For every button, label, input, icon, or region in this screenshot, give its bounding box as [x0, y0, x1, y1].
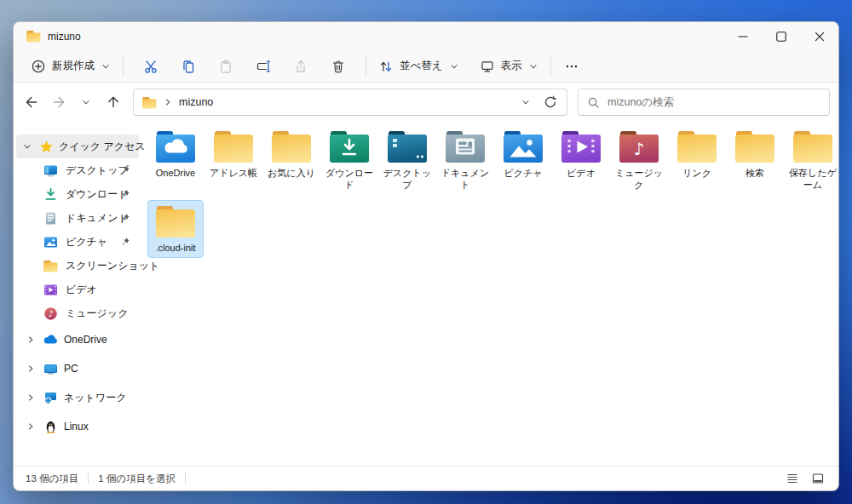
new-button[interactable]: 新規作成 [24, 54, 118, 78]
chevron-right-icon[interactable] [24, 362, 37, 375]
new-button-label: 新規作成 [52, 59, 95, 73]
close-button[interactable] [800, 22, 838, 50]
maximize-button[interactable] [762, 22, 800, 50]
file-item-onedrive[interactable]: OneDrive [147, 125, 204, 196]
file-item-label: お気に入り [264, 167, 319, 179]
files-pane: OneDriveアドレス帳お気に入りダウンロードデスクトップドキュメントピクチャ… [141, 122, 838, 466]
breadcrumb-path[interactable]: mizuno [179, 96, 213, 108]
picture-folder-icon [504, 131, 543, 163]
copy-button[interactable] [173, 54, 204, 79]
document-icon [43, 211, 58, 226]
sidebar-item-pc[interactable]: PC [14, 354, 141, 383]
sidebar-item-screenshots[interactable]: スクリーンショット [14, 254, 141, 278]
chevron-down-icon [521, 97, 531, 107]
chevron-right-icon[interactable] [24, 391, 37, 404]
file-item-favorites[interactable]: お気に入り [263, 125, 320, 196]
search-box[interactable]: mizunoの検索 [578, 89, 830, 116]
search-placeholder: mizunoの検索 [607, 95, 674, 110]
navigation-pane: クイック アクセスデスクトップダウンロードドキュメントピクチャスクリーンショット… [14, 122, 141, 466]
sidebar-item-network[interactable]: ネットワーク [14, 383, 141, 412]
rename-button[interactable] [248, 54, 279, 79]
file-item-downloads[interactable]: ダウンロード [321, 125, 377, 196]
sidebar-item-label: ビデオ [66, 283, 97, 297]
refresh-icon [544, 95, 557, 109]
chevron-right-icon[interactable] [24, 333, 37, 346]
status-divider [185, 472, 186, 484]
desktop-folder-icon [388, 131, 427, 163]
sidebar-item-videos[interactable]: ビデオ [14, 278, 141, 301]
sidebar-item-label: Linux [64, 421, 89, 432]
sidebar-item-quick-access[interactable]: クイック アクセス [16, 135, 139, 158]
picture-icon [43, 235, 58, 249]
sidebar-item-onedrive[interactable]: OneDrive [14, 325, 141, 354]
file-item-desktop[interactable]: デスクトップ [379, 125, 435, 196]
file-item-saved-games[interactable]: 保存したゲーム [785, 125, 838, 196]
folder-folder-icon [735, 131, 774, 163]
arrow-left-icon [24, 94, 39, 110]
more-options-button[interactable] [556, 54, 587, 79]
chevron-right-icon[interactable] [24, 420, 37, 433]
toolbar-divider [123, 57, 124, 76]
recent-locations-button[interactable] [73, 89, 99, 115]
toolbar-divider [366, 57, 366, 76]
folder-folder-icon [214, 131, 253, 163]
file-item-address-book[interactable]: アドレス帳 [205, 125, 262, 196]
onedrive-folder-icon [156, 131, 195, 163]
minimize-button[interactable] [723, 22, 762, 50]
file-item-label: ミュージック [612, 167, 666, 192]
download-folder-icon [330, 131, 369, 163]
sort-button[interactable]: 並べ替え [371, 54, 466, 78]
sidebar-item-documents[interactable]: ドキュメント [14, 206, 141, 230]
file-item-label: OneDrive [148, 167, 203, 179]
sidebar-item-desktop[interactable]: デスクトップ [14, 158, 141, 182]
file-item-cloud-init[interactable]: .cloud-init [147, 200, 204, 258]
sidebar-item-label: ダウンロード [66, 187, 128, 202]
address-dropdown-button[interactable] [515, 92, 536, 112]
network-icon [43, 391, 58, 405]
large-icons-view-button[interactable] [809, 471, 826, 486]
up-button[interactable] [101, 89, 126, 115]
pin-icon [120, 237, 130, 247]
refresh-button[interactable] [539, 91, 561, 113]
sidebar-item-pictures[interactable]: ピクチャ [14, 230, 141, 254]
file-item-documents[interactable]: ドキュメント [437, 125, 493, 196]
share-icon [293, 59, 308, 74]
folder-folder-icon [272, 131, 311, 163]
search-icon [587, 96, 600, 109]
chevron-down-icon [528, 61, 538, 72]
address-bar[interactable]: mizuno [133, 89, 567, 116]
file-item-label: ビデオ [554, 167, 608, 179]
rename-icon [256, 59, 271, 74]
sidebar-item-label: ピクチャ [66, 235, 107, 249]
cut-button[interactable] [135, 54, 166, 79]
back-button[interactable] [19, 89, 44, 115]
file-item-searches[interactable]: 検索 [727, 125, 783, 196]
file-item-links[interactable]: リンク [669, 125, 725, 196]
pin-icon [120, 165, 130, 175]
sidebar-item-linux[interactable]: Linux [14, 412, 141, 441]
file-item-pictures[interactable]: ピクチャ [495, 125, 551, 196]
document-folder-icon [446, 131, 485, 163]
minimize-icon [735, 29, 751, 44]
details-view-button[interactable] [784, 471, 801, 486]
chevron-down-icon [81, 97, 91, 107]
file-item-label: ドキュメント [438, 167, 492, 192]
video-icon [43, 283, 58, 297]
window-title: mizuno [48, 31, 81, 43]
sidebar-item-music[interactable]: ♪ミュージック [14, 301, 141, 325]
content-area: クイック アクセスデスクトップダウンロードドキュメントピクチャスクリーンショット… [14, 122, 838, 466]
sidebar-item-label: PC [64, 363, 78, 375]
sidebar-item-label: ミュージック [66, 306, 128, 321]
file-item-label: ピクチャ [496, 167, 550, 179]
view-button[interactable]: 表示 [473, 54, 545, 78]
copy-icon [181, 59, 196, 74]
desktop-icon [43, 163, 58, 178]
star-icon [39, 140, 54, 154]
chevron-down-icon[interactable] [20, 140, 34, 153]
sidebar-item-downloads[interactable]: ダウンロード [14, 182, 141, 206]
delete-button[interactable] [323, 54, 354, 79]
scissors-icon [143, 59, 158, 74]
file-item-videos[interactable]: ビデオ [553, 125, 609, 196]
file-item-music[interactable]: ♪ミュージック [611, 125, 667, 196]
sidebar-item-label: スクリーンショット [66, 259, 159, 273]
